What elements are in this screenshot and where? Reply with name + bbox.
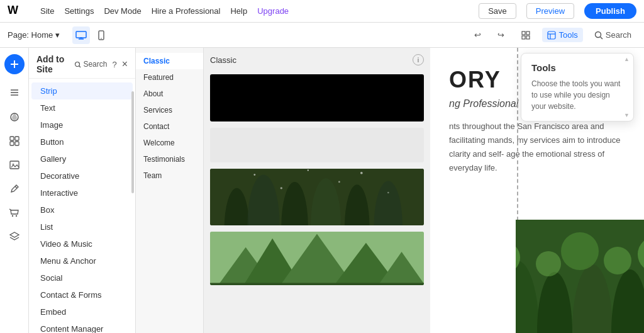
add-panel-item-image[interactable]: Image	[31, 116, 133, 133]
icon-sidebar	[0, 48, 29, 333]
canvas-area: ORY ng Professional nts throughout the S…	[430, 48, 644, 333]
add-panel-item-decorative[interactable]: Decorative	[31, 167, 133, 184]
svg-rect-23	[10, 142, 14, 145]
add-panel-item-gallery[interactable]: Gallery	[31, 150, 133, 167]
nav-help[interactable]: Help	[230, 6, 247, 16]
add-button[interactable]	[4, 54, 25, 74]
strip-thumb-mountains[interactable]	[210, 232, 424, 285]
scroll-down-arrow-icon: ▼	[624, 112, 630, 118]
category-team[interactable]: Team	[136, 167, 203, 184]
category-classic[interactable]: Classic	[136, 53, 203, 69]
second-toolbar: Page: Home ▾ ↩ ↪ Tools Search	[0, 23, 644, 48]
nav-devmode[interactable]: Dev Mode	[104, 6, 141, 16]
svg-line-30	[9, 209, 11, 210]
main-layout: Add to Site Search ? × Strip Text Image …	[0, 48, 644, 333]
add-to-site-panel: Add to Site Search ? × Strip Text Image …	[29, 48, 136, 333]
svg-point-42	[280, 187, 282, 189]
add-panel-header: Add to Site Search ? ×	[29, 48, 135, 79]
category-featured[interactable]: Featured	[136, 69, 203, 86]
svg-point-45	[360, 172, 363, 174]
add-panel-search[interactable]: Search	[74, 60, 107, 69]
add-panel-help-button[interactable]: ?	[112, 60, 116, 69]
nav-site[interactable]: Site	[40, 6, 54, 16]
publish-button[interactable]: Publish	[584, 3, 636, 19]
strip-section-header: Classic i	[210, 54, 424, 65]
search-button[interactable]: Search	[589, 28, 636, 42]
nav-hire[interactable]: Hire a Professional	[152, 6, 221, 16]
add-panel-item-menu-anchor[interactable]: Menu & Anchor	[31, 252, 133, 269]
undo-icon: ↩	[474, 30, 481, 40]
canvas-hero-text: nts throughout the San Francisco area an…	[449, 120, 625, 175]
add-panel-item-button[interactable]: Button	[31, 133, 133, 150]
theme-icon[interactable]	[4, 107, 25, 127]
blog-icon[interactable]	[4, 179, 25, 199]
strip-thumb-black[interactable]	[210, 74, 424, 121]
category-welcome[interactable]: Welcome	[136, 135, 203, 151]
device-switcher	[72, 26, 110, 44]
svg-line-14	[600, 37, 602, 39]
add-panel-close-button[interactable]: ×	[122, 59, 128, 70]
redo-icon: ↪	[497, 30, 504, 40]
category-about[interactable]: About	[136, 86, 203, 102]
svg-point-28	[11, 215, 13, 217]
svg-rect-22	[15, 137, 19, 140]
svg-rect-7	[526, 31, 530, 35]
svg-point-29	[15, 215, 16, 217]
scrollbar-thumb	[131, 91, 134, 193]
svg-line-33	[79, 65, 81, 67]
strip-thumb-forest[interactable]	[210, 169, 424, 225]
media-icon[interactable]	[4, 155, 25, 175]
svg-rect-1	[76, 31, 86, 38]
category-services[interactable]: Services	[136, 102, 203, 118]
svg-point-13	[595, 31, 601, 37]
tools-tooltip-title: Tools	[531, 62, 623, 73]
category-panel: Classic Featured About Services Contact …	[136, 48, 204, 333]
strip-thumb-empty[interactable]	[210, 128, 424, 162]
undo-button[interactable]: ↩	[469, 28, 486, 42]
add-panel-item-list[interactable]: List	[31, 218, 133, 235]
tools-button[interactable]: Tools	[542, 28, 582, 42]
strip-section-title: Classic	[210, 55, 236, 65]
search-label: Search	[606, 30, 631, 40]
svg-point-65	[536, 251, 561, 276]
category-contact[interactable]: Contact	[136, 118, 203, 135]
layers-icon[interactable]	[4, 227, 25, 247]
add-panel-search-label: Search	[83, 60, 107, 69]
page-selector[interactable]: Page: Home ▾	[8, 30, 60, 40]
svg-rect-8	[522, 36, 525, 39]
strip-info-icon[interactable]: i	[413, 54, 424, 65]
preview-button[interactable]: Preview	[526, 3, 574, 19]
redo-button[interactable]: ↪	[492, 28, 509, 42]
mobile-icon[interactable]	[92, 26, 110, 44]
store-icon[interactable]	[4, 203, 25, 223]
tools-label: Tools	[558, 30, 577, 40]
add-panel-item-contact-forms[interactable]: Contact & Forms	[31, 286, 133, 303]
svg-rect-10	[548, 31, 555, 39]
apps-icon[interactable]	[4, 131, 25, 151]
svg-rect-53	[210, 283, 424, 285]
add-panel-item-interactive[interactable]: Interactive	[31, 184, 133, 201]
add-panel-item-box[interactable]: Box	[31, 201, 133, 218]
add-panel-item-text[interactable]: Text	[31, 99, 133, 116]
collapse-button[interactable]	[516, 28, 536, 43]
add-panel-item-content-manager[interactable]: Content Manager	[31, 320, 133, 333]
category-testimonials[interactable]: Testimonials	[136, 151, 203, 167]
svg-text:W: W	[8, 4, 18, 16]
svg-rect-9	[526, 36, 530, 39]
add-panel-item-social[interactable]: Social	[31, 269, 133, 286]
nav-settings[interactable]: Settings	[64, 6, 94, 16]
page-label-text: Page: Home	[8, 30, 53, 40]
page-chevron-icon: ▾	[55, 30, 60, 40]
save-button[interactable]: Save	[479, 3, 516, 19]
svg-point-41	[253, 174, 255, 176]
add-panel-item-strip[interactable]: Strip	[31, 82, 133, 99]
pages-icon[interactable]	[4, 83, 25, 103]
scroll-up-arrow-icon: ▲	[624, 56, 630, 62]
svg-marker-31	[10, 232, 19, 237]
svg-line-27	[15, 186, 17, 188]
add-panel-item-embed[interactable]: Embed	[31, 303, 133, 320]
nav-upgrade[interactable]: Upgrade	[257, 6, 289, 16]
svg-point-66	[604, 247, 631, 274]
add-panel-item-video-music[interactable]: Video & Music	[31, 235, 133, 252]
desktop-icon[interactable]	[72, 26, 90, 44]
